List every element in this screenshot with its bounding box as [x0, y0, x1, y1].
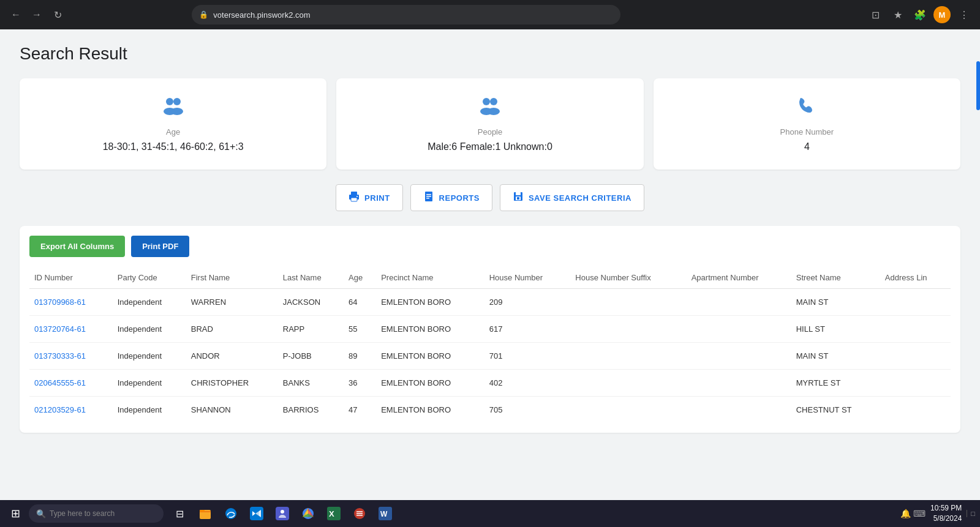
cell-addr-line: [880, 289, 951, 316]
browser-nav-buttons: ← → ↻: [7, 6, 66, 23]
action-buttons: PRINT REPORTS SA: [20, 184, 960, 211]
save-search-button[interactable]: SAVE SEARCH CRITERIA: [500, 184, 644, 211]
cell-last: BARRIOS: [278, 397, 344, 424]
cell-addr-line: [880, 316, 951, 343]
table-actions: Export All Columns Print PDF: [29, 236, 951, 257]
col-first: First Name: [186, 267, 278, 289]
svg-rect-15: [426, 196, 431, 197]
svg-point-4: [483, 98, 490, 105]
people-value: Male:6 Female:1 Unknown:0: [349, 141, 631, 152]
cell-precinct: EMLENTON BORO: [376, 397, 484, 424]
cell-id[interactable]: 021203529-61: [29, 397, 113, 424]
age-label: Age: [32, 127, 314, 136]
cell-street: MYRTLE ST: [791, 370, 880, 397]
print-label: PRINT: [364, 193, 390, 203]
svg-point-5: [490, 98, 497, 105]
cell-street: MAIN ST: [791, 289, 880, 316]
id-link[interactable]: 020645555-61: [34, 378, 86, 387]
scroll-indicator[interactable]: [976, 61, 980, 110]
cell-age: 47: [344, 397, 376, 424]
save-label: SAVE SEARCH CRITERIA: [529, 193, 631, 203]
col-house-num: House Number: [484, 267, 571, 289]
cell-house-suffix: [570, 289, 686, 316]
cell-last: RAPP: [278, 316, 344, 343]
svg-rect-20: [517, 197, 519, 200]
svg-point-7: [488, 108, 500, 115]
id-link[interactable]: 013720764-61: [34, 324, 86, 334]
url-text: votersearch.pinswork2.com: [213, 10, 310, 20]
cell-age: 55: [344, 316, 376, 343]
cell-age: 64: [344, 289, 376, 316]
phone-icon: [666, 95, 948, 120]
svg-rect-14: [426, 194, 431, 195]
cell-id[interactable]: 020645555-61: [29, 370, 113, 397]
cast-button[interactable]: ⊡: [867, 6, 884, 23]
cell-street: HILL ST: [791, 316, 880, 343]
cell-id[interactable]: 013709968-61: [29, 289, 113, 316]
profile-button[interactable]: M: [933, 6, 951, 23]
cell-street: CHESTNUT ST: [791, 397, 880, 424]
refresh-button[interactable]: ↻: [49, 6, 66, 23]
print-icon: [349, 191, 360, 204]
col-apt-num: Apartment Number: [687, 267, 791, 289]
cell-first: ANDOR: [186, 343, 278, 370]
cell-house-num: 701: [484, 343, 571, 370]
cell-party: Independent: [113, 289, 186, 316]
col-id: ID Number: [29, 267, 113, 289]
svg-point-1: [173, 98, 181, 105]
table-row: 013709968-61 Independent WARREN JACKSON …: [29, 289, 951, 316]
col-party: Party Code: [113, 267, 186, 289]
address-bar[interactable]: 🔒 votersearch.pinswork2.com: [192, 5, 620, 24]
cell-addr-line: [880, 397, 951, 424]
reports-button[interactable]: REPORTS: [410, 184, 492, 211]
table-row: 020645555-61 Independent CHRISTOPHER BAN…: [29, 370, 951, 397]
cell-first: WARREN: [186, 289, 278, 316]
table-section: Export All Columns Print PDF ID Number P…: [20, 226, 960, 433]
results-table: ID Number Party Code First Name Last Nam…: [29, 267, 951, 423]
stat-cards: Age 18-30:1, 31-45:1, 46-60:2, 61+:3 Peo…: [20, 78, 960, 170]
bookmark-button[interactable]: ★: [889, 6, 907, 23]
cell-addr-line: [880, 370, 951, 397]
back-button[interactable]: ←: [7, 6, 24, 23]
cell-id[interactable]: 013730333-61: [29, 343, 113, 370]
print-button[interactable]: PRINT: [336, 184, 403, 211]
age-value: 18-30:1, 31-45:1, 46-60:2, 61+:3: [32, 141, 314, 152]
print-pdf-button[interactable]: Print PDF: [131, 236, 189, 257]
export-all-button[interactable]: Export All Columns: [29, 236, 125, 257]
cell-apt-num: [687, 397, 791, 424]
cell-last: BANKS: [278, 370, 344, 397]
cell-house-suffix: [570, 370, 686, 397]
lock-icon: 🔒: [199, 10, 208, 19]
people-label: People: [349, 127, 631, 136]
id-link[interactable]: 013730333-61: [34, 351, 86, 361]
extension-icon[interactable]: 🧩: [911, 6, 929, 23]
cell-apt-num: [687, 316, 791, 343]
cell-house-num: 209: [484, 289, 571, 316]
cell-party: Independent: [113, 343, 186, 370]
col-street: Street Name: [791, 267, 880, 289]
cell-last: JACKSON: [278, 289, 344, 316]
cell-house-suffix: [570, 397, 686, 424]
id-link[interactable]: 013709968-61: [34, 297, 86, 307]
people-icon-people: [349, 95, 631, 120]
page-title: Search Result: [20, 44, 960, 64]
table-row: 013720764-61 Independent BRAD RAPP 55 EM…: [29, 316, 951, 343]
cell-house-suffix: [570, 343, 686, 370]
col-house-suffix: House Number Suffix: [570, 267, 686, 289]
forward-button[interactable]: →: [28, 6, 45, 23]
cell-first: CHRISTOPHER: [186, 370, 278, 397]
stat-card-people: People Male:6 Female:1 Unknown:0: [336, 78, 643, 170]
save-icon: [513, 191, 524, 204]
cell-house-num: 705: [484, 397, 571, 424]
col-age: Age: [344, 267, 376, 289]
cell-party: Independent: [113, 370, 186, 397]
cell-precinct: EMLENTON BORO: [376, 343, 484, 370]
cell-id[interactable]: 013720764-61: [29, 316, 113, 343]
id-link[interactable]: 021203529-61: [34, 405, 86, 414]
browser-actions: ⊡ ★ 🧩 M ⋮: [867, 6, 973, 23]
reports-icon: [423, 191, 434, 204]
stat-card-phone: Phone Number 4: [654, 78, 960, 170]
cell-first: BRAD: [186, 316, 278, 343]
table-body: 013709968-61 Independent WARREN JACKSON …: [29, 289, 951, 424]
menu-button[interactable]: ⋮: [956, 6, 973, 23]
